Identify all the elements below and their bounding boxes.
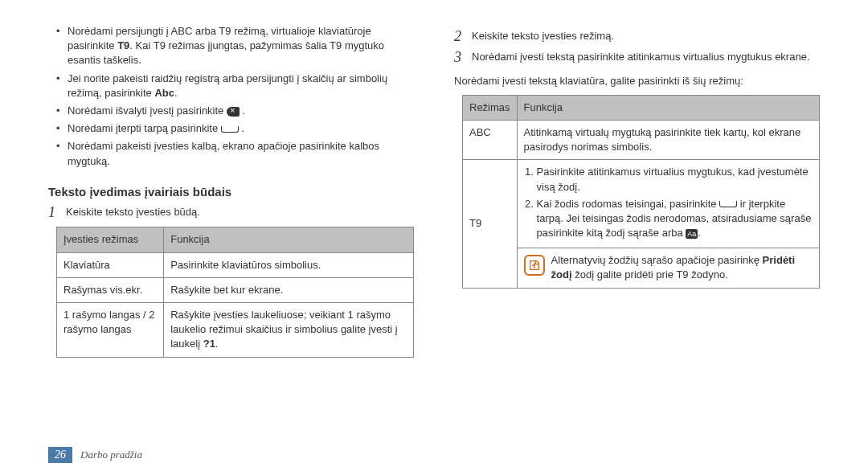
bullet-item: Jei norite pakeisti raidžių registrą arb… [56, 72, 414, 100]
step-text: Norėdami įvesti tekstą pasirinkite atiti… [472, 50, 820, 66]
clear-icon [227, 107, 240, 117]
table-header: Funkcija [164, 227, 414, 252]
right-column: 2 Keiskite teksto įvesties režimą. 3 Nor… [454, 24, 820, 437]
bullet-list: Norėdami persijungti į ABC arba T9 režim… [48, 24, 414, 169]
list-item: Pasirinkite atitinkamus virtualius mygtu… [537, 165, 813, 194]
table-header: Įvesties režimas [57, 227, 164, 252]
t9-steps: Pasirinkite atitinkamus virtualius mygtu… [524, 165, 813, 240]
step-text: Keiskite teksto įvesties būdą. [66, 205, 414, 221]
aa-icon: Aa [686, 229, 698, 239]
space-icon [719, 201, 737, 207]
step-number: 2 [454, 29, 465, 45]
intro-paragraph: Norėdami įvesti tekstą klaviatūra, galit… [454, 74, 820, 88]
step-3: 3 Norėdami įvesti tekstą pasirinkite ati… [454, 50, 820, 66]
left-column: Norėdami persijungti į ABC arba T9 režim… [48, 24, 414, 437]
note-text: Alternatyvių žodžių sąrašo apačioje pasi… [551, 253, 813, 282]
page-footer: 26 Darbo pradžia [48, 447, 820, 463]
step-number: 1 [48, 205, 59, 221]
bullet-item: Norėdami išvalyti įvestį pasirinkite . [56, 104, 414, 118]
bullet-item: Norėdami pakeisti įvesties kalbą, ekrano… [56, 139, 414, 168]
step-number: 3 [454, 50, 465, 66]
step-1: 1 Keiskite teksto įvesties būdą. [48, 205, 414, 221]
note-icon [524, 255, 545, 276]
input-mode-table: Įvesties režimas Funkcija Klaviatūra Pas… [56, 227, 414, 357]
step-text: Keiskite teksto įvesties režimą. [472, 29, 820, 45]
table-row: 1 rašymo langas / 2 rašymo langas Rašyki… [57, 303, 414, 358]
table-header: Režimas [463, 95, 518, 120]
bullet-item: Norėdami persijungti į ABC arba T9 režim… [56, 24, 414, 68]
table-row: ABC Atitinkamą virtualų mygtuką pasirink… [463, 120, 820, 159]
bullet-item: Norėdami įterpti tarpą pasirinkite . [56, 121, 414, 136]
table-row: Klaviatūra Pasirinkite klaviatūros simbo… [57, 252, 414, 277]
page-number: 26 [48, 447, 72, 463]
section-name: Darbo pradžia [80, 448, 142, 461]
step-2: 2 Keiskite teksto įvesties režimą. [454, 29, 820, 45]
space-icon [221, 126, 239, 133]
table-row: T9 Pasirinkite atitinkamus virtualius my… [463, 160, 820, 248]
mode-table: Režimas Funkcija ABC Atitinkamą virtualų… [462, 95, 820, 289]
page-content: Norėdami persijungti į ABC arba T9 režim… [48, 24, 820, 437]
table-header: Funkcija [517, 95, 819, 120]
list-item: Kai žodis rodomas teisingai, pasirinkite… [537, 197, 813, 241]
table-row: Rašymas vis.ekr. Rašykite bet kur ekrane… [57, 277, 414, 302]
note-row: Alternatyvių žodžių sąrašo apačioje pasi… [463, 248, 820, 288]
subheading: Teksto įvedimas įvairiais būdais [48, 183, 414, 200]
